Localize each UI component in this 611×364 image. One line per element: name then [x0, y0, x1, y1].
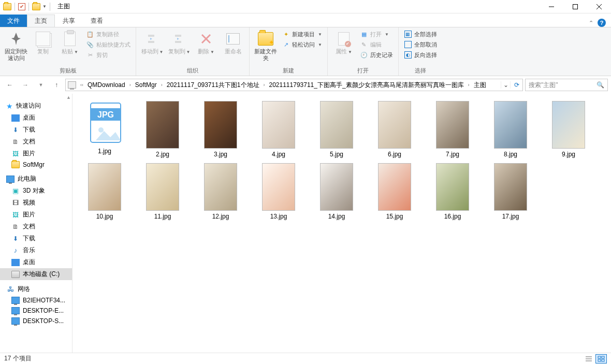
sidebar-item-pictures2[interactable]: 🖼图片	[0, 209, 72, 221]
chevron-right-icon[interactable]: ›	[466, 82, 472, 88]
sidebar-item-netpc[interactable]: B2IEHOTF34...	[0, 295, 72, 305]
file-item[interactable]: 2.jpg	[134, 99, 192, 161]
file-item[interactable]: 7.jpg	[424, 99, 482, 161]
open-button[interactable]: ▦打开▼	[358, 30, 395, 39]
scroll-up-icon[interactable]: ▲	[66, 95, 71, 100]
file-item[interactable]: 16.jpg	[424, 161, 482, 223]
select-none-button[interactable]: 全部取消	[402, 40, 439, 49]
sidebar-item-this-pc[interactable]: 此电脑	[0, 173, 72, 185]
tab-home[interactable]: 主页	[27, 14, 55, 27]
easy-access-button[interactable]: ↗轻松访问▼	[280, 40, 324, 49]
chevron-right-icon[interactable]: ›	[159, 82, 165, 88]
new-item-button[interactable]: ✦新建项目▼	[280, 30, 324, 39]
file-item[interactable]: 12.jpg	[192, 161, 250, 223]
file-item[interactable]: 17.jpg	[482, 161, 540, 223]
file-thumbnail	[436, 101, 469, 149]
sidebar-item-downloads[interactable]: ⬇下载	[0, 124, 72, 136]
invert-selection-button[interactable]: ◐反向选择	[402, 50, 439, 60]
sidebar-item-videos[interactable]: 🎞视频	[0, 197, 72, 209]
sidebar-item-netpc[interactable]: DESKTOP-S...	[0, 316, 72, 326]
new-folder-button[interactable]: 新建文件夹	[253, 30, 279, 63]
file-item[interactable]: 5.jpg	[308, 99, 366, 161]
sidebar-item-netpc[interactable]: DESKTOP-E...	[0, 305, 72, 316]
copy-button[interactable]: 复制	[30, 30, 56, 56]
file-pane[interactable]: JPG1.jpg2.jpg3.jpg4.jpg5.jpg6.jpg7.jpg8.…	[72, 94, 611, 353]
file-thumbnail	[494, 101, 527, 149]
chevron-right-icon[interactable]: ›	[127, 82, 133, 88]
view-thumbnails-button[interactable]	[595, 354, 607, 363]
sidebar-item-network[interactable]: 🖧网络	[0, 283, 72, 295]
file-item[interactable]: 6.jpg	[366, 99, 424, 161]
paste-button[interactable]: 粘贴▼	[57, 30, 83, 56]
sidebar-item-documents2[interactable]: 🗎文档	[0, 221, 72, 232]
chevron-right-icon[interactable]: ›	[261, 82, 267, 88]
address-dropdown-icon[interactable]: ⌄	[501, 81, 510, 89]
file-name: 2.jpg	[156, 151, 169, 158]
sidebar-item-documents[interactable]: 🗎文档	[0, 136, 72, 148]
cut-button[interactable]: ✂剪切	[84, 50, 133, 60]
sidebar-item-desktop[interactable]: 桌面	[0, 112, 72, 124]
file-item[interactable]: 13.jpg	[250, 161, 308, 223]
properties-button[interactable]: 属性▼	[331, 30, 357, 56]
file-item[interactable]: 9.jpg	[540, 99, 598, 161]
file-item[interactable]: 14.jpg	[308, 161, 366, 223]
file-item[interactable]: 10.jpg	[76, 161, 134, 223]
breadcrumb-seg[interactable]: 主图	[472, 81, 488, 90]
file-name: 8.jpg	[504, 151, 517, 158]
qat-checkbox-icon[interactable]: ✔	[18, 3, 25, 10]
chevron-right-icon[interactable]: ‹‹	[78, 82, 85, 88]
up-button[interactable]: ↑	[50, 78, 63, 92]
history-button[interactable]: 🕘历史记录	[358, 50, 395, 60]
copy-path-button[interactable]: 📋复制路径	[84, 30, 133, 39]
rename-button[interactable]: 重命名	[220, 30, 246, 56]
file-item[interactable]: 4.jpg	[250, 99, 308, 161]
sidebar-item-downloads2[interactable]: ⬇下载	[0, 232, 72, 244]
sidebar-item-music[interactable]: ♪音乐	[0, 244, 72, 256]
navigation-pane[interactable]: ▲ ★快速访问 桌面 ⬇下载 🗎文档 🖼图片 SoftMgr 此电脑 ▣3D 对…	[0, 94, 72, 353]
separator	[50, 3, 50, 11]
breadcrumb-seg[interactable]: SoftMgr	[133, 81, 159, 89]
qat-dropdown-icon[interactable]: ▼	[42, 4, 47, 9]
breadcrumb-seg[interactable]: 20211117_093711共下图1个地址	[165, 81, 261, 90]
file-item[interactable]: 15.jpg	[366, 161, 424, 223]
sidebar-item-softmgr[interactable]: SoftMgr	[0, 159, 72, 170]
delete-button[interactable]: 删除▼	[193, 30, 219, 56]
address-bar[interactable]: ‹‹ QMDownload › SoftMgr › 20211117_09371…	[65, 79, 523, 91]
maximize-button[interactable]	[563, 0, 587, 13]
breadcrumb-seg[interactable]: QMDownload	[85, 81, 127, 89]
sidebar-item-3d[interactable]: ▣3D 对象	[0, 185, 72, 197]
file-item[interactable]: JPG1.jpg	[76, 99, 134, 161]
folder-icon[interactable]	[32, 3, 40, 10]
file-thumbnail	[378, 101, 411, 149]
paste-shortcut-button[interactable]: 📎粘贴快捷方式	[84, 40, 133, 49]
help-icon[interactable]: ?	[598, 19, 606, 27]
minimize-button[interactable]	[540, 0, 563, 13]
file-item[interactable]: 8.jpg	[482, 99, 540, 161]
pin-button[interactable]: 固定到快速访问	[3, 30, 29, 63]
sidebar-item-desktop2[interactable]: 桌面	[0, 256, 72, 268]
recent-locations-button[interactable]: ▼	[34, 78, 48, 92]
tab-share[interactable]: 共享	[55, 14, 83, 27]
file-item[interactable]: 3.jpg	[192, 99, 250, 161]
picture-icon: 🖼	[11, 211, 20, 219]
breadcrumb-seg[interactable]: 2021111793711_下图高手_素颜少女漂亮高马尾清新亮丽写真唯一图库	[267, 81, 466, 90]
tab-view[interactable]: 查看	[83, 14, 111, 27]
sidebar-item-pictures[interactable]: 🖼图片	[0, 148, 72, 159]
tab-file[interactable]: 文件	[0, 14, 27, 27]
download-icon: ⬇	[11, 235, 20, 242]
forward-button[interactable]: →	[19, 78, 32, 92]
copy-to-button[interactable]: 复制到▼	[166, 30, 192, 56]
view-details-button[interactable]	[583, 354, 594, 363]
move-to-button[interactable]: 移动到▼	[139, 30, 165, 56]
edit-button[interactable]: ✎编辑	[358, 40, 395, 49]
ribbon-collapse-icon[interactable]: ⌃	[589, 20, 593, 26]
select-all-button[interactable]: ▦全部选择	[402, 30, 439, 39]
refresh-icon[interactable]: ⟳	[510, 81, 522, 89]
close-button[interactable]	[587, 0, 611, 13]
back-button[interactable]: ←	[3, 78, 17, 92]
search-input[interactable]: 搜索"主图" 🔍	[525, 79, 608, 91]
sidebar-item-quick-access[interactable]: ★快速访问	[0, 100, 72, 112]
sidebar-item-local-disk[interactable]: 本地磁盘 (C:)	[0, 268, 72, 280]
file-name: 3.jpg	[214, 151, 227, 158]
file-item[interactable]: 11.jpg	[134, 161, 192, 223]
